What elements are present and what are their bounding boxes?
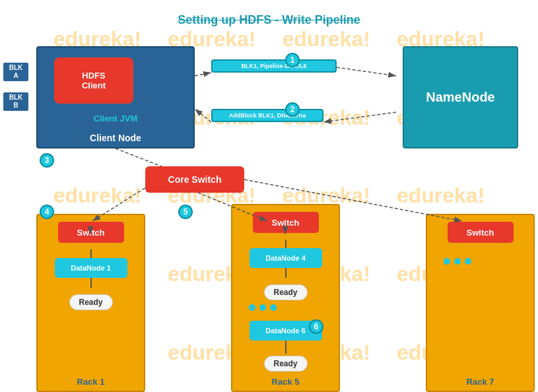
diagram: Setting up HDFS - Write Pipeline BLKA BL… [0, 0, 538, 392]
rack-7-box: Switch Rack 7 [426, 214, 535, 392]
step-3-circle: 3 [40, 153, 54, 168]
rack5-switch: Switch [253, 212, 319, 233]
rack5-ready2: Ready [263, 356, 307, 372]
client-label: Client [82, 81, 106, 90]
msg-bubble-2: AddBlock BLK1, DN4,5,7na [211, 109, 323, 122]
step-1-circle: 1 [285, 53, 300, 67]
rack5-ready: Ready [263, 284, 307, 300]
rack7-label: Rack 7 [427, 377, 533, 387]
rack7-switch: Switch [448, 222, 514, 243]
rack5-label: Rack 5 [232, 377, 339, 387]
core-switch-box: Core Switch [145, 166, 244, 193]
msg-bubble-1: BLK1, Pipeline-DN4,5,6 [211, 59, 337, 73]
core-switch-label: Core Switch [168, 174, 222, 185]
rack7-dots [444, 258, 471, 265]
rack1-datanode1: DataNode 1 [55, 258, 127, 278]
rack-5-box: Switch DataNode 4 Ready DataNode 6 Ready… [231, 204, 340, 392]
rack5-datanode4: DataNode 4 [250, 248, 322, 268]
page-title: Setting up HDFS - Write Pipeline [178, 13, 360, 27]
hdfs-label: HDFS [82, 71, 105, 81]
step-5-circle: 5 [178, 205, 193, 219]
blk-b-label: BLKB [3, 92, 28, 111]
step-2-circle: 2 [285, 102, 300, 117]
step-4-circle: 4 [40, 205, 54, 219]
blk-a-label: BLKA [3, 63, 28, 81]
step-6-circle: 6 [309, 319, 323, 334]
hdfs-client-box: HDFS Client [54, 57, 133, 104]
rack-1-box: Switch DataNode 1 Ready Rack 1 [36, 214, 145, 392]
rack1-label: Rack 1 [38, 377, 144, 387]
rack5-dots [249, 304, 277, 311]
client-node-label: Client Node [38, 133, 193, 143]
rack1-switch: Switch [58, 222, 124, 243]
client-node-box: HDFS Client Client JVM Client Node [36, 46, 195, 148]
namenode-box: NameNode [403, 46, 518, 148]
rack1-ready: Ready [69, 294, 112, 310]
client-jvm-label: Client JVM [38, 114, 193, 123]
namenode-label: NameNode [426, 90, 494, 105]
